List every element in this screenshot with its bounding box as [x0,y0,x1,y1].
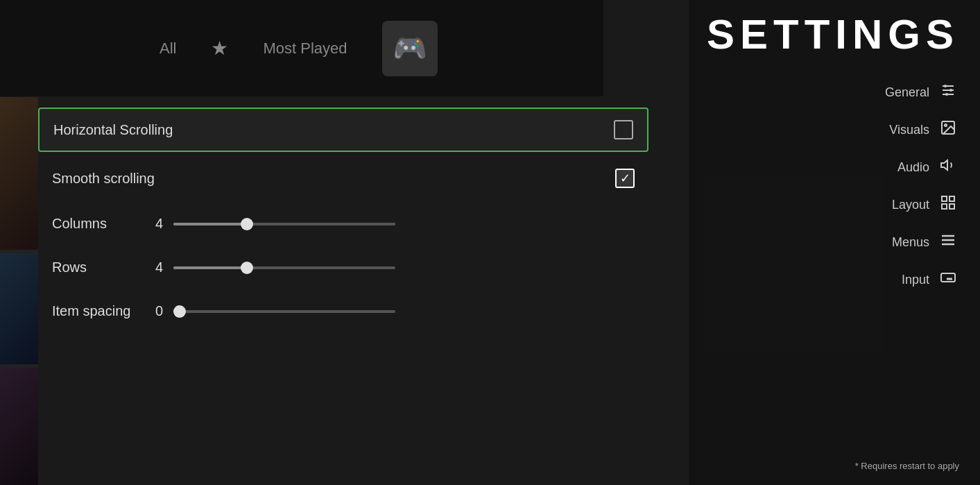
item-spacing-track[interactable] [173,310,395,313]
item-spacing-value: 0 [149,303,163,319]
tab-most-played-label: Most Played [263,40,347,58]
svg-point-3 [944,85,947,87]
columns-fill [173,223,247,226]
general-icon [940,82,956,103]
restart-note: * Requires restart to apply [703,454,959,471]
settings-content: Horizontal Scrolling Smooth scrolling ✓ … [38,108,690,336]
artwork-left-panel [0,97,38,485]
tab-all-label: All [160,40,176,58]
item-spacing-thumb[interactable] [173,305,186,318]
visuals-icon [940,119,956,140]
item-spacing-row: Item spacing 0 [38,292,648,330]
artwork-panel-2 [0,253,38,364]
tab-most-played[interactable]: Most Played [263,40,347,58]
item-spacing-label: Item spacing [52,303,149,319]
rows-thumb[interactable] [241,262,253,274]
settings-title: SETTINGS [703,14,959,56]
columns-thumb[interactable] [241,218,253,230]
nav-layout-label: Layout [892,198,929,212]
svg-point-5 [945,93,948,96]
columns-value: 4 [149,216,163,232]
tab-controller[interactable]: 🎮 [382,21,438,76]
artwork-panel-3 [0,368,38,485]
rows-track[interactable] [173,266,395,269]
controller-icon: 🎮 [393,32,427,65]
svg-rect-11 [942,204,947,209]
rows-row: Rows 4 [38,248,648,287]
svg-point-4 [949,89,952,92]
svg-rect-9 [942,196,947,201]
nav-audio[interactable]: Audio [703,151,959,183]
svg-rect-12 [949,204,954,209]
svg-point-7 [945,124,947,126]
smooth-scrolling-row[interactable]: Smooth scrolling ✓ [38,158,648,199]
rows-label: Rows [52,259,149,275]
nav-general[interactable]: General [703,76,959,108]
svg-rect-10 [949,196,954,201]
star-icon: ★ [211,37,228,60]
checkmark-icon: ✓ [620,171,630,186]
nav-visuals-label: Visuals [889,123,929,137]
nav-input[interactable]: Input [703,264,959,296]
horizontal-scrolling-label: Horizontal Scrolling [53,122,173,138]
smooth-scrolling-label: Smooth scrolling [52,171,155,187]
horizontal-scrolling-row[interactable]: Horizontal Scrolling [38,108,648,152]
input-icon [940,269,956,290]
tab-all[interactable]: All [160,40,176,58]
smooth-scrolling-checkbox[interactable]: ✓ [615,169,635,188]
artwork-panel-1 [0,97,38,250]
nav-layout[interactable]: Layout [703,189,959,221]
settings-panel: SETTINGS General Visuals [689,0,980,485]
svg-marker-8 [941,160,947,170]
nav-menus[interactable]: Menus [703,226,959,258]
audio-icon [940,157,956,178]
nav-general-label: General [885,85,929,100]
rows-fill [173,266,247,269]
columns-row: Columns 4 [38,205,648,243]
tab-navigation: All ★ Most Played 🎮 [0,0,438,96]
nav-audio-label: Audio [897,160,929,175]
rows-slider-container: 4 [149,259,635,275]
layout-icon [940,194,956,215]
nav-menus-label: Menus [892,235,929,250]
columns-label: Columns [52,216,149,232]
item-spacing-slider-container: 0 [149,303,635,319]
nav-visuals[interactable]: Visuals [703,114,959,146]
settings-nav: General Visuals [703,76,959,454]
tab-favorites[interactable]: ★ [211,37,228,60]
horizontal-scrolling-checkbox[interactable] [614,120,633,139]
svg-rect-16 [941,273,955,282]
nav-input-label: Input [902,273,929,287]
tab-nav-strip: All ★ Most Played 🎮 [0,0,603,97]
rows-value: 4 [149,259,163,275]
menus-icon [940,232,956,253]
columns-track[interactable] [173,223,395,226]
columns-slider-container: 4 [149,216,635,232]
